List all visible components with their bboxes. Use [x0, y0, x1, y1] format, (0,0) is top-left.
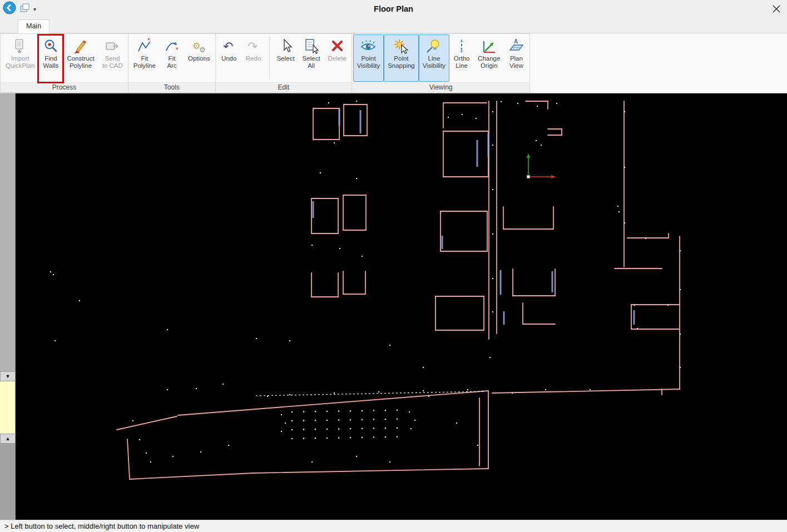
- yellow-panel: [0, 381, 16, 434]
- button-label: Redo: [246, 55, 261, 62]
- import-quickplan-icon: [12, 37, 28, 55]
- send-to-cad-icon: [104, 37, 121, 55]
- floorplan-viewport[interactable]: [16, 93, 787, 520]
- paste-window-icon[interactable]: [19, 3, 30, 15]
- button-label: Snapping: [388, 62, 415, 69]
- button-label: Select: [277, 55, 295, 62]
- svg-text:↷: ↷: [248, 39, 258, 53]
- button-label: Options: [188, 55, 210, 62]
- bulb-line-icon: [425, 37, 442, 55]
- button-label: Line: [428, 55, 440, 62]
- svg-text:⚙: ⚙: [199, 46, 206, 54]
- select-button[interactable]: Select: [273, 34, 299, 82]
- ribbon-group-viewing: Point Visibility Point Snapping Line Vis…: [352, 33, 531, 93]
- find-walls-button[interactable]: Find Walls: [38, 34, 63, 82]
- axes-arrow-icon: [481, 37, 497, 55]
- left-panel-strip: ▼ ▲: [0, 93, 16, 520]
- close-icon: [772, 4, 781, 13]
- button-label: Polyline: [133, 62, 156, 69]
- scroll-up-icon: ▲: [6, 436, 11, 441]
- button-label: Import: [11, 55, 29, 62]
- button-label: Point: [361, 55, 375, 62]
- button-label: Undo: [221, 55, 237, 62]
- button-label: Construct: [67, 55, 94, 62]
- fit-polyline-icon: *: [136, 37, 153, 55]
- button-label: Fit: [141, 55, 148, 62]
- button-label: Select: [303, 55, 320, 62]
- button-label: Visibility: [423, 62, 446, 69]
- button-label: Line: [456, 62, 468, 69]
- qat-dropdown-icon[interactable]: ▾: [33, 6, 36, 12]
- tabstrip: Main: [0, 18, 787, 33]
- button-label: Find: [44, 55, 57, 62]
- scroll-up-button[interactable]: ▲: [0, 434, 16, 444]
- button-label: Walls: [43, 62, 59, 69]
- svg-text:A: A: [514, 38, 518, 44]
- button-label: Delete: [328, 55, 347, 62]
- ortho-line-button[interactable]: Ortho Line: [449, 34, 474, 82]
- button-label: Origin: [481, 62, 498, 69]
- button-label: Plan: [510, 55, 523, 62]
- button-label: Send: [105, 55, 120, 62]
- point-visibility-button[interactable]: Point Visibility: [353, 34, 384, 82]
- button-label: Visibility: [357, 62, 380, 69]
- titlebar: ▾ Floor Plan: [0, 0, 787, 18]
- scroll-down-icon: ▼: [6, 374, 11, 379]
- send-to-cad-button[interactable]: Send to CAD: [98, 34, 127, 82]
- construct-polyline-button[interactable]: Construct Polyline: [63, 34, 98, 82]
- plan-view-button[interactable]: A Plan View: [504, 34, 528, 82]
- tab-main[interactable]: Main: [18, 19, 50, 33]
- group-label-edit: Edit: [216, 82, 352, 92]
- status-bar: > Left button to select, middle/right bu…: [0, 520, 787, 532]
- find-walls-icon: [42, 37, 59, 55]
- scroll-down-button[interactable]: ▼: [0, 371, 16, 381]
- button-label: to CAD: [102, 62, 123, 69]
- plan-grid-icon: A: [508, 37, 524, 55]
- button-label: View: [509, 62, 523, 69]
- ribbon-group-process: Import QuickPlan Find Walls Construct Po…: [0, 33, 128, 93]
- redo-icon: ↷: [245, 37, 262, 55]
- button-label: Polyline: [70, 62, 92, 69]
- ribbon-group-edit: ↶ Undo ↷ Redo Select: [216, 33, 352, 93]
- redo-button[interactable]: ↷ Redo: [241, 34, 266, 82]
- change-origin-button[interactable]: Change Origin: [474, 34, 504, 82]
- svg-text:↶: ↶: [223, 39, 233, 53]
- button-label: All: [308, 62, 315, 69]
- button-label: Change: [478, 55, 500, 62]
- floorplan-svg: [16, 93, 787, 520]
- ortho-line-icon: [453, 37, 470, 55]
- ribbon: Import QuickPlan Find Walls Construct Po…: [0, 33, 787, 93]
- left-strip-track-top: [0, 93, 16, 371]
- fit-polyline-button[interactable]: * Fit Polyline: [130, 34, 160, 82]
- svg-text:*: *: [176, 46, 179, 54]
- options-button[interactable]: ⚙⚙ Options: [184, 34, 214, 82]
- ribbon-group-tools: * Fit Polyline * Fit Arc ⚙⚙ Options Tool…: [128, 33, 216, 93]
- select-all-button[interactable]: Select All: [299, 34, 324, 82]
- button-label: Fit: [169, 55, 176, 62]
- delete-button[interactable]: Delete: [324, 34, 350, 82]
- button-label: Arc: [167, 62, 176, 69]
- group-label-viewing: Viewing: [352, 82, 530, 92]
- undo-icon: ↶: [221, 37, 237, 55]
- button-label: Point: [394, 55, 408, 62]
- fit-arc-button[interactable]: * Fit Arc: [160, 34, 184, 82]
- point-snapping-button[interactable]: Point Snapping: [384, 34, 419, 82]
- group-label-tools: Tools: [128, 82, 215, 92]
- button-label: QuickPlan: [6, 62, 34, 69]
- left-strip-track-bottom: [0, 444, 16, 520]
- back-button[interactable]: [3, 1, 16, 17]
- undo-button[interactable]: ↶ Undo: [217, 34, 241, 82]
- close-button[interactable]: [771, 4, 781, 14]
- eye-icon: [360, 37, 377, 55]
- select-all-icon: [303, 37, 320, 55]
- snap-star-cursor-icon: [393, 37, 409, 55]
- options-gears-icon: ⚙⚙: [191, 37, 207, 55]
- line-visibility-button[interactable]: Line Visibility: [419, 34, 449, 82]
- import-quickplan-button[interactable]: Import QuickPlan: [2, 34, 38, 82]
- group-label-process: Process: [1, 82, 128, 92]
- quick-access-toolbar: ▾: [0, 1, 50, 17]
- svg-text:*: *: [147, 38, 150, 44]
- construct-polyline-icon: [72, 37, 89, 55]
- delete-x-icon: [329, 37, 345, 55]
- select-cursor-icon: [278, 37, 294, 55]
